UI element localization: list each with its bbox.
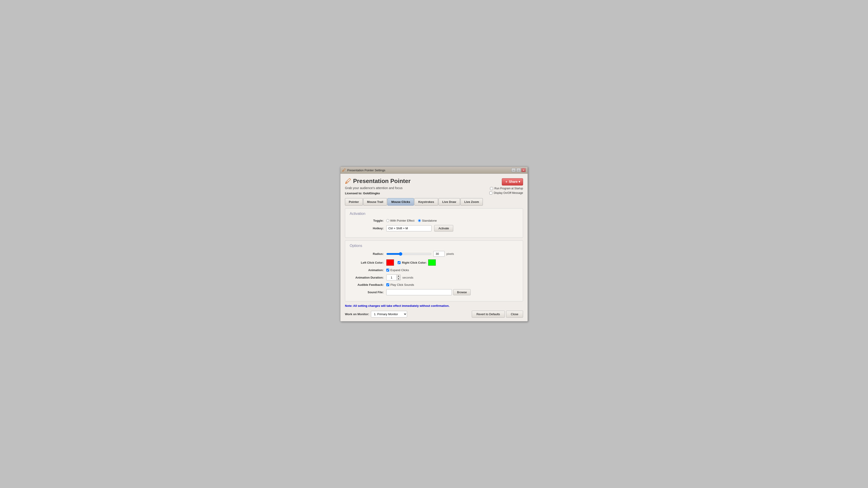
title-bar: 🖊 Presentation Pointer Settings ─ □ ✕ [340,167,528,174]
spin-down-button[interactable]: ▼ [397,278,400,280]
footer-buttons: Revert to Defaults Close [472,311,523,318]
spin-up-button[interactable]: ▲ [397,275,400,278]
app-title-row: 🖊 Presentation Pointer [345,177,410,185]
duration-input[interactable] [386,275,397,280]
sound-row: Sound File: Browse [350,289,518,295]
title-bar-text: Presentation Pointer Settings [347,168,385,172]
note-text: Note: All setting changes will take effe… [345,304,523,307]
animation-row: Animation: Expand Clicks [350,268,518,272]
right-click-color-swatch[interactable] [428,259,436,266]
options-section: Options Radius: pixels Left Click Color: [345,240,523,301]
color-row: Right Click Color: [386,259,436,266]
animation-label: Animation: [350,268,383,272]
run-startup-row: Run Program at Startup [490,187,523,190]
app-subtitle: Grab your audience's attention and focus [345,186,410,190]
right-click-label: Right Click Color: [402,261,427,264]
app-title: Presentation Pointer [353,177,410,185]
license-name: GoldGingko [363,192,380,195]
activation-title: Activation [350,212,518,216]
duration-row: Animation Duration: ▲ ▼ seconds [350,274,518,281]
hotkey-input[interactable] [386,225,432,231]
tab-mouse-clicks[interactable]: Mouse Clicks [388,198,414,205]
sound-file-input[interactable] [386,289,452,295]
toggle-standalone-label: Standalone [422,219,437,222]
tab-pointer[interactable]: Pointer [345,198,363,205]
browse-button[interactable]: Browse [453,289,471,295]
footer-row: Work on Monitor: 1. Primary Monitor 2. S… [345,311,523,318]
monitor-label: Work on Monitor: [345,313,369,316]
display-onoff-row: Display On/Off Message [489,191,523,195]
tab-mouse-trail[interactable]: Mouse Trail [363,198,387,205]
header-row: 🖊 Presentation Pointer Grab your audienc… [345,177,523,195]
toggle-label: Toggle: [350,219,383,222]
run-startup-label: Run Program at Startup [494,187,523,190]
spin-buttons: ▲ ▼ [397,275,400,280]
colors-row: Left Click Color: Right Click Color: [350,259,518,266]
left-click-color-swatch[interactable] [386,259,394,266]
expand-clicks-check-label[interactable]: Expand Clicks [386,268,409,272]
toggle-standalone[interactable]: Standalone [418,219,437,222]
license-row: Licensed to: GoldGingko [345,192,410,195]
main-window: 🖊 Presentation Pointer Settings ─ □ ✕ 🖊 … [340,166,528,322]
sound-label: Sound File: [350,291,383,294]
revert-defaults-button[interactable]: Revert to Defaults [472,311,505,318]
radius-slider[interactable] [386,252,432,256]
radius-label: Radius: [350,252,383,256]
monitor-row: Work on Monitor: 1. Primary Monitor 2. S… [345,311,407,318]
tabs-row: Pointer Mouse Trail Mouse Clicks Keystro… [345,198,523,205]
minimize-button[interactable]: ─ [511,168,516,172]
right-click-checkbox[interactable] [398,261,401,264]
toggle-standalone-radio[interactable] [418,219,421,222]
display-onoff-label: Display On/Off Message [494,191,523,195]
play-sounds-checkbox[interactable] [386,283,389,286]
radius-input[interactable] [433,251,445,257]
duration-spinner: ▲ ▼ [386,274,401,281]
tab-live-zoom[interactable]: Live Zoom [460,198,483,205]
toggle-row: Toggle: With Pointer Effect Standalone [350,219,518,222]
left-click-label: Left Click Color: [350,261,383,264]
share-button[interactable]: ＋ Share ▾ [502,178,523,186]
title-bar-left: 🖊 Presentation Pointer Settings [342,168,385,172]
radius-row: Radius: pixels [350,251,518,257]
app-icon: 🖊 [345,177,351,185]
toggle-with-pointer[interactable]: With Pointer Effect [386,219,414,222]
expand-clicks-label: Expand Clicks [391,268,409,272]
tab-keystrokes[interactable]: Keystrokes [414,198,438,205]
expand-clicks-checkbox[interactable] [386,269,389,271]
audible-row: Audible Feedback: Play Click Sounds [350,283,518,287]
radius-unit: pixels [446,252,454,256]
header-left: 🖊 Presentation Pointer Grab your audienc… [345,177,410,195]
radius-slider-container: pixels [386,251,454,257]
right-click-item: Right Click Color: [398,259,436,266]
close-window-button[interactable]: ✕ [521,168,526,172]
play-sounds-label: Play Click Sounds [391,283,414,287]
tab-live-draw[interactable]: Live Draw [438,198,460,205]
hotkey-row: Hotkey: Activate [350,225,518,232]
content-area: 🖊 Presentation Pointer Grab your audienc… [340,174,528,321]
license-label: Licensed to: [345,192,362,195]
toggle-radio-group: With Pointer Effect Standalone [386,219,437,222]
activate-button[interactable]: Activate [434,225,453,232]
hotkey-label: Hotkey: [350,227,383,230]
duration-label: Animation Duration: [350,276,383,279]
close-button[interactable]: Close [506,311,523,318]
toggle-with-pointer-radio[interactable] [386,219,389,222]
display-onoff-checkbox[interactable] [489,192,492,195]
toggle-with-pointer-label: With Pointer Effect [390,219,414,222]
audible-label: Audible Feedback: [350,283,383,287]
maximize-button[interactable]: □ [516,168,521,172]
header-right: ＋ Share ▾ Run Program at Startup Display… [489,177,523,195]
duration-unit: seconds [402,276,413,279]
run-startup-checkbox[interactable] [490,187,493,190]
options-title: Options [350,244,518,248]
monitor-select[interactable]: 1. Primary Monitor 2. Secondary Monitor [371,311,407,318]
title-bar-icon: 🖊 [342,168,346,172]
play-sounds-check-label[interactable]: Play Click Sounds [386,283,414,287]
activation-section: Activation Toggle: With Pointer Effect S… [345,208,523,238]
title-bar-buttons: ─ □ ✕ [511,168,526,172]
